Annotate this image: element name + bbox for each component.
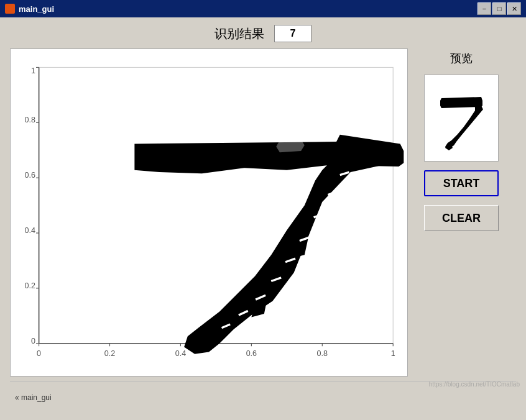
svg-text:0.6: 0.6 xyxy=(24,171,35,180)
preview-label: 预览 xyxy=(450,51,473,66)
plot-canvas: 0 0.2 0.4 0.6 0.8 1 0 0.2 0.4 0.6 0.8 1 xyxy=(11,49,407,376)
main-content: 识别结果 7 0 0.2 0.4 0.6 0.8 1 0 0.2 0.4 0 xyxy=(0,17,526,420)
watermark: https://blog.csdn.net/TIOCmatlab xyxy=(429,381,520,388)
svg-text:0.2: 0.2 xyxy=(104,349,115,358)
title-bar: main_gui − □ ✕ xyxy=(0,0,526,17)
svg-text:0.8: 0.8 xyxy=(24,116,35,124)
svg-text:0.2: 0.2 xyxy=(24,281,35,290)
clear-button[interactable]: CLEAR xyxy=(424,205,499,231)
start-button[interactable]: START xyxy=(424,170,499,196)
minimize-button[interactable]: − xyxy=(478,2,491,15)
svg-text:0.4: 0.4 xyxy=(175,349,186,358)
svg-text:0.4: 0.4 xyxy=(24,226,35,235)
window-title: main_gui xyxy=(19,4,478,14)
svg-text:0.8: 0.8 xyxy=(317,349,328,358)
svg-rect-0 xyxy=(39,67,394,343)
svg-text:0: 0 xyxy=(37,349,41,358)
svg-text:0: 0 xyxy=(31,337,35,345)
svg-text:1: 1 xyxy=(31,66,35,75)
plot-area[interactable]: 0 0.2 0.4 0.6 0.8 1 0 0.2 0.4 0.6 0.8 1 xyxy=(10,48,408,377)
window-controls: − □ ✕ xyxy=(478,2,521,15)
svg-text:1: 1 xyxy=(391,349,395,358)
preview-svg xyxy=(430,81,492,155)
maximize-button[interactable]: □ xyxy=(492,2,506,15)
middle-row: 0 0.2 0.4 0.6 0.8 1 0 0.2 0.4 0.6 0.8 1 xyxy=(10,48,516,377)
svg-text:0.6: 0.6 xyxy=(246,349,257,358)
result-value-box: 7 xyxy=(274,25,311,42)
preview-box xyxy=(424,75,499,162)
result-label: 识别结果 xyxy=(215,25,264,42)
bottom-bar-text: « main_gui xyxy=(15,393,52,402)
result-value: 7 xyxy=(290,28,296,39)
right-panel: 预览 START CLEAR xyxy=(418,48,505,377)
app-icon xyxy=(5,4,15,14)
svg-marker-45 xyxy=(445,104,483,149)
result-row: 识别结果 7 xyxy=(10,25,516,42)
close-button[interactable]: ✕ xyxy=(507,2,521,15)
svg-marker-28 xyxy=(276,140,305,153)
